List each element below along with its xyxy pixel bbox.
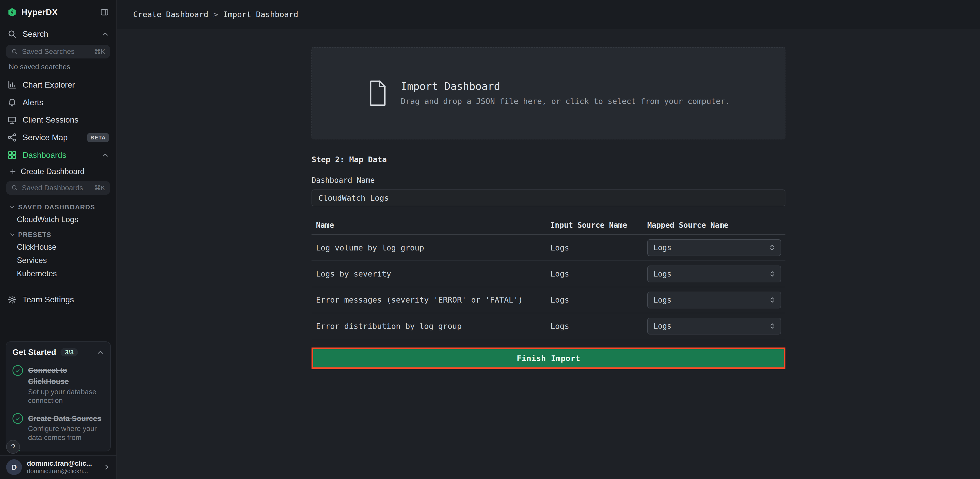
column-header-mapped-source: Mapped Source Name xyxy=(647,221,781,229)
saved-dashboards-section-toggle[interactable]: SAVED DASHBOARDS xyxy=(0,198,116,213)
input-source-cell: Logs xyxy=(550,295,647,304)
input-source-cell: Logs xyxy=(550,243,647,252)
saved-searches-input[interactable] xyxy=(22,48,91,56)
breadcrumb-separator: > xyxy=(213,10,218,19)
get-started-header[interactable]: Get Started 3/3 xyxy=(13,347,104,357)
dashboard-name-label: Dashboard Name xyxy=(312,176,786,185)
chevron-down-icon xyxy=(10,232,15,237)
step-title: Create Data Sources xyxy=(28,414,101,423)
nav-label: Dashboards xyxy=(22,150,67,160)
column-header-name: Name xyxy=(316,221,550,229)
breadcrumb-create-dashboard[interactable]: Create Dashboard xyxy=(133,10,208,19)
step-title: Connect to ClickHouse xyxy=(28,366,69,385)
sidebar-item-search[interactable]: Search xyxy=(0,25,116,43)
finish-import-button[interactable]: Finish Import xyxy=(313,349,784,368)
hyperdx-logo-icon xyxy=(7,8,17,17)
input-source-cell: Logs xyxy=(550,322,647,331)
mapped-source-select[interactable]: Logs xyxy=(647,318,781,334)
sidebar-item-chart-explorer[interactable]: Chart Explorer xyxy=(0,76,116,94)
table-row: Log volume by log group Logs Logs xyxy=(312,235,786,261)
column-header-input-source: Input Source Name xyxy=(550,221,647,229)
search-icon xyxy=(7,29,17,39)
nav-label: Service Map xyxy=(22,133,68,142)
dashboard-name-input[interactable] xyxy=(312,189,786,206)
sidebar-item-team-settings[interactable]: Team Settings xyxy=(0,291,116,309)
search-icon xyxy=(11,48,18,55)
get-started-progress-badge: 3/3 xyxy=(60,348,78,356)
sidebar-item-alerts[interactable]: Alerts xyxy=(0,94,116,111)
shortcut-hint: ⌘K xyxy=(94,48,105,56)
sidebar-item-client-sessions[interactable]: Client Sessions xyxy=(0,111,116,129)
chart-name-cell: Error distribution by log group xyxy=(316,322,550,331)
avatar: D xyxy=(6,459,22,475)
gear-icon xyxy=(7,295,17,304)
nav-label: Client Sessions xyxy=(22,115,78,125)
select-arrows-icon xyxy=(769,270,775,278)
file-icon xyxy=(367,80,388,107)
beta-badge: BETA xyxy=(88,133,109,142)
dropzone-subtitle: Drag and drop a JSON file here, or click… xyxy=(401,97,730,106)
mapped-source-select[interactable]: Logs xyxy=(647,239,781,256)
step-desc: Configure where your data comes from xyxy=(28,424,104,442)
sidebar-item-service-map[interactable]: Service Map BETA xyxy=(0,129,116,146)
get-started-step-add-data[interactable]: Add Data Start sending logs, metrics, or… xyxy=(13,449,104,452)
select-arrows-icon xyxy=(769,296,775,304)
selected-option: Logs xyxy=(654,296,671,304)
bell-icon xyxy=(7,98,17,107)
mapped-source-select[interactable]: Logs xyxy=(647,291,781,309)
get-started-title: Get Started xyxy=(13,347,56,357)
section-label-text: SAVED DASHBOARDS xyxy=(18,204,95,211)
sidebar: HyperDX Search ⌘K No saved searches xyxy=(0,0,117,479)
get-started-step-sources[interactable]: Create Data Sources Configure where your… xyxy=(13,412,104,442)
help-button[interactable]: ? xyxy=(6,440,20,454)
main-area: Create Dashboard > Import Dashboard Impo… xyxy=(117,0,980,479)
step-desc: Set up your database connection xyxy=(28,388,104,405)
step-title: Add Data xyxy=(28,451,61,452)
table-row: Error messages (severity 'ERROR' or 'FAT… xyxy=(312,287,786,313)
step-label: Step 2: Map Data xyxy=(312,155,786,164)
user-name: dominic.tran@clic... xyxy=(27,460,98,468)
brand-name: HyperDX xyxy=(21,7,58,17)
sidebar-item-dashboards[interactable]: Dashboards xyxy=(0,146,116,164)
highlight-annotation-box: Finish Import xyxy=(312,347,786,369)
service-map-icon xyxy=(7,133,17,142)
table-header-row: Name Input Source Name Mapped Source Nam… xyxy=(312,216,786,235)
saved-dashboards-searchbox[interactable]: ⌘K xyxy=(6,181,110,195)
breadcrumb-import-dashboard: Import Dashboard xyxy=(223,10,299,19)
select-arrows-icon xyxy=(769,243,775,252)
get-started-step-connect[interactable]: Connect to ClickHouse Set up your databa… xyxy=(13,364,104,405)
mapped-source-select[interactable]: Logs xyxy=(647,266,781,282)
sidebar-preset-services[interactable]: Services xyxy=(0,253,116,267)
collapse-sidebar-icon[interactable] xyxy=(100,8,109,17)
table-row: Logs by severity Logs Logs xyxy=(312,261,786,287)
selected-option: Logs xyxy=(654,322,671,330)
selected-option: Logs xyxy=(654,270,671,278)
user-menu[interactable]: D dominic.tran@clic... dominic.tran@clic… xyxy=(0,455,116,479)
table-row: Error distribution by log group Logs Log… xyxy=(312,313,786,339)
json-file-dropzone[interactable]: Import Dashboard Drag and drop a JSON fi… xyxy=(312,47,786,139)
monitor-icon xyxy=(7,115,17,125)
breadcrumb: Create Dashboard > Import Dashboard xyxy=(117,0,980,29)
sidebar-dashboard-cloudwatch-logs[interactable]: CloudWatch Logs xyxy=(0,213,116,226)
presets-section-toggle[interactable]: PRESETS xyxy=(0,226,116,240)
saved-searches-searchbox[interactable]: ⌘K xyxy=(6,45,110,59)
map-data-table: Name Input Source Name Mapped Source Nam… xyxy=(312,216,786,340)
saved-dashboards-input[interactable] xyxy=(22,184,91,192)
chevron-up-icon xyxy=(102,152,109,159)
select-arrows-icon xyxy=(769,322,775,330)
chart-name-cell: Log volume by log group xyxy=(316,243,550,252)
brand[interactable]: HyperDX xyxy=(7,7,58,17)
dropzone-title: Import Dashboard xyxy=(401,80,730,92)
create-dashboard-button[interactable]: Create Dashboard xyxy=(0,164,116,179)
check-circle-icon xyxy=(13,413,23,424)
check-circle-icon xyxy=(13,365,23,376)
search-icon xyxy=(11,185,18,191)
get-started-card: Get Started 3/3 Connect to ClickHouse Se… xyxy=(6,341,111,452)
chevron-up-icon xyxy=(97,349,104,356)
sidebar-preset-kubernetes[interactable]: Kubernetes xyxy=(0,267,116,280)
nav-label: Chart Explorer xyxy=(22,80,75,90)
search-section-label: Search xyxy=(22,29,48,39)
create-dashboard-label: Create Dashboard xyxy=(21,167,84,176)
dashboards-grid-icon xyxy=(7,150,17,160)
sidebar-preset-clickhouse[interactable]: ClickHouse xyxy=(0,240,116,253)
